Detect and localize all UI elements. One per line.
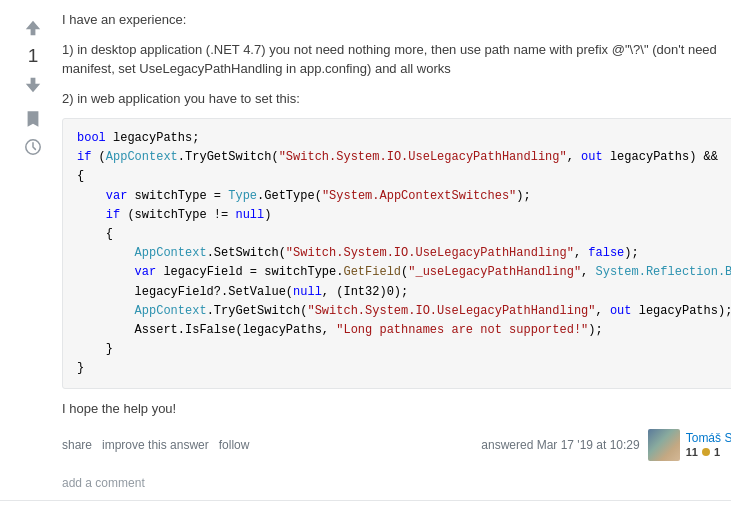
upvote-button[interactable] [18,14,48,42]
bookmark-button[interactable] [21,107,45,131]
history-icon [24,138,42,156]
rep-badge1: 1 [714,446,720,458]
user-info: Tomáš Sýkora 11 1 [686,431,731,458]
user-rep: 11 1 [686,446,731,458]
bronze-dot [702,448,710,456]
answer-meta: answered Mar 17 '19 at 10:29 Tomáš Sýkor… [481,429,731,461]
add-comment-link[interactable]: add a comment [62,476,145,490]
point1-paragraph: 1) in desktop application (.NET 4.7) you… [62,40,731,79]
vote-column: 1 [12,10,54,490]
answer-container: 1 I have an experience: 1) in des [0,0,731,501]
user-name[interactable]: Tomáš Sýkora [686,431,731,445]
answer-links: share improve this answer follow [62,438,249,452]
code-block: bool legacyPaths; if (AppContext.TryGetS… [62,118,731,389]
downvote-button[interactable] [18,71,48,99]
intro-paragraph: I have an experience: [62,10,731,30]
share-link[interactable]: share [62,438,92,452]
user-card: Tomáš Sýkora 11 1 [648,429,731,461]
answer-text: I have an experience: 1) in desktop appl… [62,10,731,419]
downvote-icon [24,76,42,94]
answered-label: answered Mar 17 '19 at 10:29 [481,438,639,452]
answer-body: I have an experience: 1) in desktop appl… [54,10,731,490]
vote-extras [21,107,45,159]
avatar [648,429,680,461]
outro-paragraph: I hope the help you! [62,399,731,419]
bookmark-icon [24,110,42,128]
upvote-icon [24,19,42,37]
rep-score: 11 [686,446,698,458]
follow-link[interactable]: follow [219,438,250,452]
answer-footer: share improve this answer follow answere… [62,429,731,461]
vote-count: 1 [28,42,39,71]
avatar-image [648,429,680,461]
improve-link[interactable]: improve this answer [102,438,209,452]
history-button[interactable] [21,135,45,159]
point2-paragraph: 2) in web application you have to set th… [62,89,731,109]
comment-section: add a comment [62,469,731,490]
